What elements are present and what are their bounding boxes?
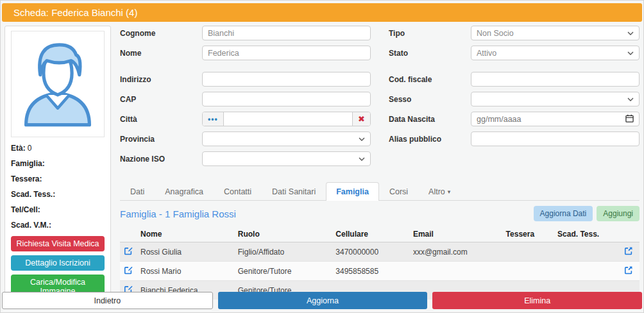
famiglia-panel: Famiglia - 1 Famiglia Rossi Aggiorna Dat…	[120, 201, 640, 300]
field-cap: CAP	[120, 92, 371, 106]
info-eta: Età:0	[11, 144, 105, 153]
field-alias-pubblico: Alias pubblico	[389, 131, 640, 146]
ellipsis-icon: •••	[208, 115, 218, 124]
citta-clear-button[interactable]: ✖	[352, 112, 370, 126]
cod-fiscale-input[interactable]	[471, 72, 640, 87]
famiglia-panel-title: Famiglia - 1 Famiglia Rossi	[120, 208, 236, 219]
chevron-down-icon	[627, 51, 634, 55]
field-nazione-iso: Nazione ISO	[120, 151, 371, 166]
stato-select[interactable]: Attivo	[471, 46, 640, 60]
sesso-select[interactable]	[471, 92, 640, 106]
record-page: Scheda: Federica Bianchi (4) Età:0 Famig…	[0, 0, 644, 313]
provincia-select[interactable]	[202, 131, 371, 146]
field-tipo: Tipo Non Socio	[389, 26, 640, 40]
field-stato: Stato Attivo	[389, 46, 640, 60]
person-avatar-icon	[16, 36, 99, 132]
info-famiglia: Famiglia:	[11, 159, 105, 168]
aggiungi-button[interactable]: Aggiungi	[597, 206, 640, 221]
field-citta: Città ••• ✖	[120, 112, 371, 126]
alias-pubblico-input[interactable]	[471, 131, 640, 146]
elimina-button[interactable]: Elimina	[432, 292, 642, 309]
edit-icon[interactable]	[124, 246, 133, 255]
field-nome: Nome	[120, 46, 371, 60]
indietro-button[interactable]: Indietro	[2, 292, 213, 309]
field-data-nascita: Data Nascita	[389, 112, 640, 126]
famiglia-table-header: Nome Ruolo Cellulare Email Tessera Scad.…	[120, 226, 640, 242]
member-sidebar: Età:0 Famiglia: Tessera: Scad. Tess.: Te…	[4, 26, 111, 305]
detail-tabs: Dati Anagrafica Contatti Dati Sanitari F…	[120, 182, 640, 201]
field-provincia: Provincia	[120, 131, 371, 146]
avatar	[11, 31, 105, 137]
table-row: Rossi Mario Genitore/Tutore 3495858585	[120, 262, 640, 281]
caret-down-icon: ▾	[448, 189, 451, 195]
citta-lookup-button[interactable]: •••	[203, 112, 224, 126]
footer-actions: Indietro Aggiorna Elimina	[1, 289, 643, 312]
chevron-down-icon	[627, 31, 634, 35]
citta-input[interactable]	[224, 112, 352, 126]
nazione-iso-select[interactable]	[202, 151, 371, 166]
tab-altro[interactable]: Altro ▾	[418, 182, 461, 201]
calendar-icon[interactable]	[625, 114, 634, 124]
cap-input[interactable]	[202, 92, 371, 106]
chevron-down-icon	[359, 157, 365, 161]
page-title: Scheda: Federica Bianchi (4)	[2, 3, 642, 22]
field-indirizzo: Indirizzo	[120, 72, 371, 87]
tab-famiglia[interactable]: Famiglia	[326, 182, 379, 201]
info-scad-tess: Scad. Tess.:	[11, 190, 105, 199]
main-form-area: Cognome Nome Indirizzo CAP	[120, 26, 640, 289]
field-cognome: Cognome	[120, 26, 371, 40]
table-row: Rossi Giulia Figlio/Affidato 3470000000 …	[120, 242, 640, 262]
tipo-select[interactable]: Non Socio	[471, 26, 640, 40]
tab-dati[interactable]: Dati	[120, 182, 155, 201]
dettaglio-iscrizioni-button[interactable]: Dettaglio Iscrizioni	[11, 255, 105, 271]
chevron-down-icon	[359, 137, 365, 141]
clear-x-icon: ✖	[358, 114, 365, 124]
chevron-down-icon	[627, 97, 634, 101]
info-scad-vm: Scad. V.M.:	[11, 221, 105, 230]
tab-anagrafica[interactable]: Anagrafica	[155, 182, 214, 201]
field-sesso: Sesso	[389, 92, 640, 106]
tab-dati-sanitari[interactable]: Dati Sanitari	[262, 182, 326, 201]
edit-icon[interactable]	[124, 266, 133, 275]
famiglia-table: Nome Ruolo Cellulare Email Tessera Scad.…	[120, 226, 640, 300]
form-grid: Cognome Nome Indirizzo CAP	[120, 26, 640, 171]
form-column-left: Cognome Nome Indirizzo CAP	[120, 26, 371, 171]
tab-corsi[interactable]: Corsi	[379, 182, 418, 201]
external-link-icon[interactable]	[624, 246, 633, 255]
content-area: Età:0 Famiglia: Tessera: Scad. Tess.: Te…	[1, 26, 643, 289]
indirizzo-input[interactable]	[202, 72, 371, 87]
nome-input[interactable]	[202, 46, 371, 60]
field-cod-fiscale: Cod. fiscale	[389, 72, 640, 87]
tab-contatti[interactable]: Contatti	[214, 182, 262, 201]
info-tel-cell: Tel/Cell:	[11, 205, 105, 214]
aggiorna-dati-button[interactable]: Aggiorna Dati	[534, 206, 593, 221]
richiesta-visita-medica-button[interactable]: Richiesta Visita Medica	[11, 236, 105, 251]
cognome-input[interactable]	[202, 26, 371, 40]
data-nascita-input[interactable]	[471, 112, 640, 126]
famiglia-panel-actions: Aggiorna Dati Aggiungi	[534, 206, 640, 221]
external-link-icon[interactable]	[624, 266, 633, 275]
form-column-right: Tipo Non Socio Stato Attivo	[389, 26, 640, 171]
info-tessera: Tessera:	[11, 174, 105, 183]
famiglia-panel-header: Famiglia - 1 Famiglia Rossi Aggiorna Dat…	[120, 206, 640, 221]
aggiorna-button[interactable]: Aggiorna	[218, 292, 428, 309]
